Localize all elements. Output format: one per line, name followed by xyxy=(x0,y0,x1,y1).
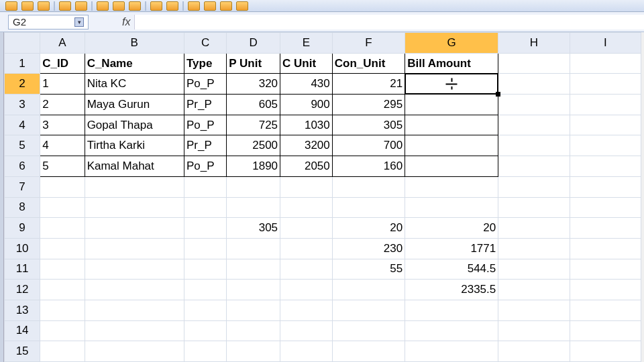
row-header-14[interactable]: 14 xyxy=(5,320,40,341)
cell-I6[interactable] xyxy=(570,156,641,177)
cell-I5[interactable] xyxy=(570,135,641,156)
cell-E12[interactable] xyxy=(280,280,333,300)
cell-F1[interactable]: Con_Unit xyxy=(332,53,405,74)
cell-C13[interactable] xyxy=(184,300,226,320)
cell-I11[interactable] xyxy=(570,259,641,280)
fill-handle[interactable] xyxy=(496,92,500,97)
row-header-11[interactable]: 11 xyxy=(5,259,40,280)
cell-H7[interactable] xyxy=(498,176,570,197)
row-header-3[interactable]: 3 xyxy=(5,95,40,115)
formula-bar[interactable]: fx xyxy=(122,15,644,29)
cell-C10[interactable] xyxy=(184,238,226,259)
cell-G2[interactable] xyxy=(405,74,498,95)
cell-B8[interactable] xyxy=(85,197,184,218)
cell-D1[interactable]: P Unit xyxy=(227,53,280,74)
cell-B7[interactable] xyxy=(85,176,184,197)
cell-E9[interactable] xyxy=(280,218,333,239)
cell-H12[interactable] xyxy=(498,280,570,300)
cell-A15[interactable] xyxy=(40,341,85,362)
preview-icon[interactable] xyxy=(75,1,87,11)
undo-icon[interactable] xyxy=(150,1,162,11)
cell-F12[interactable] xyxy=(332,280,405,300)
cell-A14[interactable] xyxy=(40,320,85,341)
cell-I1[interactable] xyxy=(570,53,641,74)
cell-I10[interactable] xyxy=(570,238,641,259)
cell-F10[interactable]: 230 xyxy=(332,238,405,259)
cell-H1[interactable] xyxy=(498,53,570,74)
cell-A13[interactable] xyxy=(40,300,85,320)
cell-B11[interactable] xyxy=(85,259,184,280)
cell-D8[interactable] xyxy=(227,197,280,218)
cell-C12[interactable] xyxy=(184,280,226,300)
cell-G9[interactable]: 20 xyxy=(405,218,498,239)
cell-I13[interactable] xyxy=(570,300,641,320)
select-all-corner[interactable] xyxy=(5,33,40,54)
cell-H10[interactable] xyxy=(498,238,570,259)
formula-input[interactable] xyxy=(134,15,644,29)
row-header-8[interactable]: 8 xyxy=(5,197,40,218)
cell-D13[interactable] xyxy=(227,300,280,320)
new-icon[interactable] xyxy=(5,1,17,11)
cell-A2[interactable]: 1 xyxy=(40,74,85,95)
cut-icon[interactable] xyxy=(97,1,109,11)
cell-B3[interactable]: Maya Gurun xyxy=(85,95,184,115)
cell-A6[interactable]: 5 xyxy=(40,156,85,177)
cell-E10[interactable] xyxy=(280,238,333,259)
row-header-9[interactable]: 9 xyxy=(5,218,40,239)
cell-H15[interactable] xyxy=(498,341,570,362)
cell-I12[interactable] xyxy=(570,280,641,300)
cell-G3[interactable] xyxy=(405,95,498,115)
col-header-D[interactable]: D xyxy=(227,33,280,54)
copy-icon[interactable] xyxy=(113,1,125,11)
cell-B4[interactable]: Gopal Thapa xyxy=(85,115,184,135)
col-header-E[interactable]: E xyxy=(280,33,333,54)
cell-A7[interactable] xyxy=(40,176,85,197)
cell-B6[interactable]: Kamal Mahat xyxy=(85,156,184,177)
cell-E7[interactable] xyxy=(280,176,333,197)
cell-G7[interactable] xyxy=(405,176,498,197)
open-icon[interactable] xyxy=(21,1,34,11)
cell-D10[interactable] xyxy=(227,238,280,259)
row-header-5[interactable]: 5 xyxy=(5,135,40,156)
cell-F2[interactable]: 21 xyxy=(332,74,405,95)
cell-D5[interactable]: 2500 xyxy=(227,135,280,156)
col-header-I[interactable]: I xyxy=(570,33,641,54)
cell-D2[interactable]: 320 xyxy=(227,74,280,95)
col-header-G[interactable]: G xyxy=(405,33,498,54)
cell-I3[interactable] xyxy=(570,95,641,115)
cell-G6[interactable] xyxy=(405,156,498,177)
cell-G12[interactable]: 2335.5 xyxy=(405,280,498,300)
cell-C14[interactable] xyxy=(184,320,226,341)
cell-C2[interactable]: Po_P xyxy=(184,74,226,95)
cell-A1[interactable]: C_ID xyxy=(40,53,85,74)
cell-D6[interactable]: 1890 xyxy=(227,156,280,177)
cell-F14[interactable] xyxy=(332,320,405,341)
cell-H13[interactable] xyxy=(498,300,570,320)
cell-H14[interactable] xyxy=(498,320,570,341)
cell-C5[interactable]: Pr_P xyxy=(184,135,226,156)
cell-I9[interactable] xyxy=(570,218,641,239)
cell-I7[interactable] xyxy=(570,176,641,197)
cell-F15[interactable] xyxy=(332,341,405,362)
cell-H8[interactable] xyxy=(498,197,570,218)
cell-G14[interactable] xyxy=(405,320,498,341)
cell-B10[interactable] xyxy=(85,238,184,259)
cell-I14[interactable] xyxy=(570,320,641,341)
cell-C6[interactable]: Po_P xyxy=(184,156,226,177)
cell-E6[interactable]: 2050 xyxy=(280,156,333,177)
name-box-dropdown-icon[interactable]: ▾ xyxy=(74,17,84,27)
cell-C4[interactable]: Po_P xyxy=(184,115,226,135)
cell-E1[interactable]: C Unit xyxy=(280,53,333,74)
cell-E4[interactable]: 1030 xyxy=(280,115,333,135)
row-header-7[interactable]: 7 xyxy=(5,176,40,197)
cell-A3[interactable]: 2 xyxy=(40,95,85,115)
cell-H6[interactable] xyxy=(498,156,570,177)
cell-H4[interactable] xyxy=(498,115,570,135)
row-header-1[interactable]: 1 xyxy=(5,53,40,74)
cell-D14[interactable] xyxy=(227,320,280,341)
cell-I4[interactable] xyxy=(570,115,641,135)
cell-G10[interactable]: 1771 xyxy=(405,238,498,259)
cell-F3[interactable]: 295 xyxy=(332,95,405,115)
cell-D9[interactable]: 305 xyxy=(227,218,280,239)
cell-A11[interactable] xyxy=(40,259,85,280)
